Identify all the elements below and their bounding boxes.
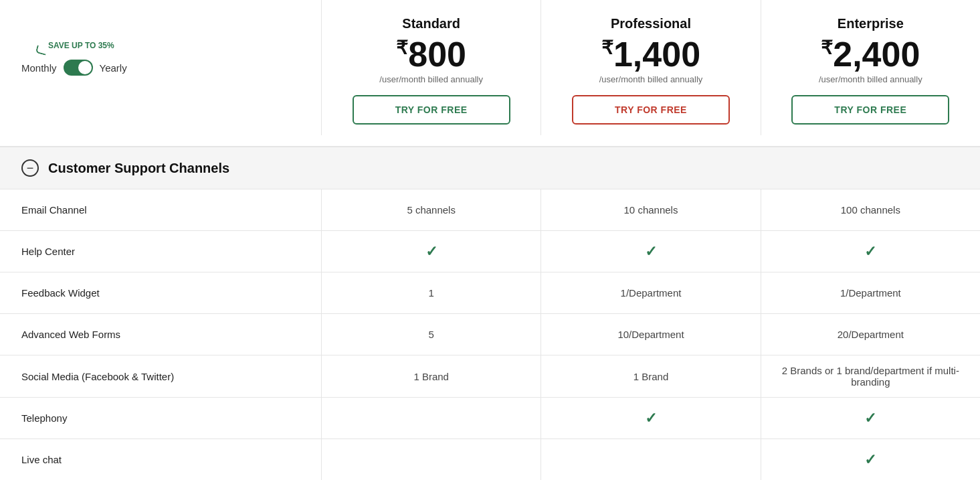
check-icon: ✓ xyxy=(645,410,657,427)
enterprise-feature-value: ✓ xyxy=(761,439,980,480)
feature-name: Social Media (Facebook & Twitter) xyxy=(0,355,321,397)
check-icon: ✓ xyxy=(864,410,876,427)
professional-feature-value: 1 Brand xyxy=(541,355,760,397)
feature-name: Advanced Web Forms xyxy=(0,314,321,355)
check-icon: ✓ xyxy=(425,243,437,260)
enterprise-currency: ₹ xyxy=(821,37,833,58)
check-icon: ✓ xyxy=(864,451,876,469)
feature-name: Email Channel xyxy=(0,189,321,230)
section-title-cell: − Customer Support Channels xyxy=(0,147,980,189)
enterprise-plan-price: ₹2,400 xyxy=(772,37,969,72)
enterprise-feature-value: 20/Department xyxy=(761,314,980,355)
check-icon: ✓ xyxy=(864,243,876,260)
pricing-header: Monthly Yearly SAVE UP TO 35% Standard ₹… xyxy=(0,0,980,147)
plan-enterprise-header: Enterprise ₹2,400 /user/month billed ann… xyxy=(761,0,980,135)
professional-currency: ₹ xyxy=(601,37,613,58)
plan-standard-header: Standard ₹800 /user/month billed annuall… xyxy=(321,0,541,135)
professional-plan-name: Professional xyxy=(552,16,749,31)
feature-row: Advanced Web Forms510/Department20/Depar… xyxy=(0,314,980,355)
pricing-container: Monthly Yearly SAVE UP TO 35% Standard ₹… xyxy=(0,0,980,480)
save-badge: SAVE UP TO 35% xyxy=(48,41,114,50)
section-header: − Customer Support Channels xyxy=(0,147,980,189)
feature-row: Social Media (Facebook & Twitter)1 Brand… xyxy=(0,355,980,398)
standard-try-btn[interactable]: TRY FOR FREE xyxy=(353,95,510,125)
standard-plan-price: ₹800 xyxy=(332,37,530,72)
standard-currency: ₹ xyxy=(396,37,408,58)
enterprise-feature-value: ✓ xyxy=(761,398,980,438)
enterprise-billing: /user/month billed annually xyxy=(772,74,969,84)
features-table: Email Channel5 channels10 channels100 ch… xyxy=(0,189,980,480)
standard-feature-value: 5 xyxy=(321,314,541,355)
yearly-label: Yearly xyxy=(100,62,127,74)
billing-toggle-section: Monthly Yearly SAVE UP TO 35% xyxy=(0,0,321,135)
feature-name: Telephony xyxy=(0,398,321,438)
feature-name: Feedback Widget xyxy=(0,272,321,313)
professional-feature-value: 1/Department xyxy=(541,272,760,313)
feature-name: Live chat xyxy=(0,439,321,480)
professional-billing: /user/month billed annually xyxy=(552,74,749,84)
professional-feature-value: ✓ xyxy=(541,231,760,272)
standard-feature-value xyxy=(321,398,541,438)
billing-toggle[interactable]: Monthly Yearly SAVE UP TO 35% xyxy=(21,60,127,76)
feature-name: Help Center xyxy=(0,231,321,272)
professional-feature-value: 10 channels xyxy=(541,189,760,230)
enterprise-feature-value: ✓ xyxy=(761,231,980,272)
enterprise-feature-value: 100 channels xyxy=(761,189,980,230)
professional-feature-value xyxy=(541,439,760,480)
standard-billing: /user/month billed annually xyxy=(332,74,530,84)
standard-feature-value: 1 Brand xyxy=(321,355,541,397)
standard-feature-value: 1 xyxy=(321,272,541,313)
feature-row: Feedback Widget11/Department1/Department xyxy=(0,272,980,314)
feature-row: Email Channel5 channels10 channels100 ch… xyxy=(0,189,980,231)
plan-professional-header: Professional ₹1,400 /user/month billed a… xyxy=(541,0,760,135)
professional-try-btn[interactable]: TRY FOR FREE xyxy=(572,95,730,125)
standard-plan-name: Standard xyxy=(332,16,530,31)
toggle-thumb xyxy=(78,61,92,74)
monthly-label: Monthly xyxy=(21,62,57,74)
feature-row: Live chat✓ xyxy=(0,439,980,480)
section-title: Customer Support Channels xyxy=(48,161,229,176)
standard-feature-value: ✓ xyxy=(321,231,541,272)
enterprise-try-btn[interactable]: TRY FOR FREE xyxy=(791,95,949,125)
check-icon: ✓ xyxy=(645,243,657,260)
collapse-icon[interactable]: − xyxy=(21,159,39,177)
professional-feature-value: ✓ xyxy=(541,398,760,438)
enterprise-feature-value: 1/Department xyxy=(761,272,980,313)
standard-feature-value: 5 channels xyxy=(321,189,541,230)
feature-row: Telephony✓✓ xyxy=(0,398,980,439)
enterprise-plan-name: Enterprise xyxy=(772,16,969,31)
standard-feature-value xyxy=(321,439,541,480)
enterprise-feature-value: 2 Brands or 1 brand/department if multi-… xyxy=(761,355,980,397)
professional-feature-value: 10/Department xyxy=(541,314,760,355)
toggle-switch[interactable] xyxy=(64,60,93,76)
feature-row: Help Center✓✓✓ xyxy=(0,231,980,272)
professional-plan-price: ₹1,400 xyxy=(552,37,749,72)
